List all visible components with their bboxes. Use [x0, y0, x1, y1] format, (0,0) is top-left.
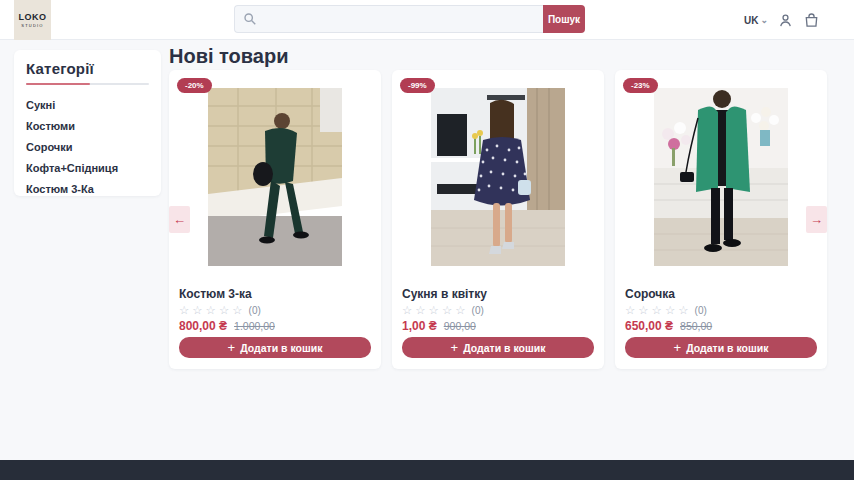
- sidebar-item-sukni[interactable]: Сукні: [26, 94, 149, 115]
- discount-badge: -20%: [177, 78, 212, 93]
- arrow-left-icon: ←: [173, 212, 186, 227]
- price-old: 850,00: [680, 320, 712, 332]
- logo[interactable]: LOKO STUDIO: [14, 0, 51, 40]
- categories-title: Категорії: [26, 60, 149, 77]
- language-selector[interactable]: UK ⌄: [744, 15, 768, 26]
- product-rating: ☆☆☆☆☆ (0): [179, 303, 261, 317]
- user-icon[interactable]: [777, 12, 794, 29]
- header-actions: UK ⌄: [744, 0, 820, 40]
- product-title[interactable]: Сорочка: [625, 287, 675, 301]
- plus-icon: +: [451, 341, 459, 354]
- product-price-row: 650,00 ₴ 850,00: [625, 319, 712, 333]
- product-image[interactable]: [431, 88, 565, 266]
- product-card: -23%: [615, 70, 827, 369]
- product-title[interactable]: Костюм 3-ка: [179, 287, 252, 301]
- price-current: 650,00 ₴: [625, 319, 673, 333]
- footer: [0, 460, 854, 480]
- price-current: 1,00 ₴: [402, 319, 437, 333]
- price-old: 900,00: [444, 320, 476, 332]
- language-label: UK: [744, 15, 758, 26]
- star-rating-icons: ☆☆☆☆☆: [402, 303, 469, 317]
- product-price-row: 1,00 ₴ 900,00: [402, 319, 476, 333]
- star-rating-icons: ☆☆☆☆☆: [179, 303, 246, 317]
- categories-divider-accent: [26, 83, 90, 85]
- product-image[interactable]: [654, 88, 788, 266]
- add-to-cart-label: Додати в кошик: [240, 342, 322, 354]
- categories-panel: Категорії Сукні Костюми Сорочки Кофта+Сп…: [14, 50, 161, 196]
- plus-icon: +: [674, 341, 682, 354]
- price-old: 1.000,00: [234, 320, 275, 332]
- sidebar-item-kostyum-3ka[interactable]: Костюм 3-Ка: [26, 179, 149, 200]
- logo-title: LOKO: [19, 12, 47, 22]
- categories-divider: [26, 83, 149, 85]
- product-carousel: -20% Костюм 3-ка: [169, 70, 827, 369]
- product-title[interactable]: Сукня в квітку: [402, 287, 487, 301]
- product-card: -20% Костюм 3-ка: [169, 70, 381, 369]
- product-photo-dress-illustration: [431, 88, 565, 266]
- rating-count: (0): [472, 305, 484, 316]
- categories-list: Сукні Костюми Сорочки Кофта+Спідниця Кос…: [26, 94, 149, 200]
- logo-subtitle: STUDIO: [21, 23, 43, 28]
- plus-icon: +: [228, 341, 236, 354]
- sidebar-item-kofta-spidnytsya[interactable]: Кофта+Спідниця: [26, 158, 149, 179]
- product-rating: ☆☆☆☆☆ (0): [402, 303, 484, 317]
- chevron-down-icon: ⌄: [760, 16, 768, 25]
- product-rating: ☆☆☆☆☆ (0): [625, 303, 707, 317]
- arrow-right-icon: →: [810, 212, 823, 227]
- discount-badge: -99%: [400, 78, 435, 93]
- carousel-next-button[interactable]: →: [806, 206, 827, 233]
- add-to-cart-button[interactable]: + Додати в кошик: [625, 337, 817, 358]
- add-to-cart-button[interactable]: + Додати в кошик: [402, 337, 594, 358]
- product-photo-suit-illustration: [208, 88, 342, 266]
- price-current: 800,00 ₴: [179, 319, 227, 333]
- add-to-cart-label: Додати в кошик: [463, 342, 545, 354]
- search-input-wrapper: [234, 5, 543, 33]
- discount-badge: -23%: [623, 78, 658, 93]
- product-card: -99%: [392, 70, 604, 369]
- sidebar-item-kostyumy[interactable]: Костюми: [26, 115, 149, 136]
- product-photo-shirt-illustration: [654, 88, 788, 266]
- star-rating-icons: ☆☆☆☆☆: [625, 303, 692, 317]
- rating-count: (0): [695, 305, 707, 316]
- search-button[interactable]: Пошук: [543, 5, 585, 33]
- search-input[interactable]: [234, 5, 543, 33]
- carousel-prev-button[interactable]: ←: [169, 206, 190, 233]
- page-title: Нові товари: [169, 45, 288, 68]
- search-bar: Пошук: [234, 5, 585, 33]
- add-to-cart-label: Додати в кошик: [686, 342, 768, 354]
- sidebar-item-sorochky[interactable]: Сорочки: [26, 136, 149, 157]
- product-price-row: 800,00 ₴ 1.000,00: [179, 319, 275, 333]
- product-image[interactable]: [208, 88, 342, 266]
- rating-count: (0): [249, 305, 261, 316]
- add-to-cart-button[interactable]: + Додати в кошик: [179, 337, 371, 358]
- header: LOKO STUDIO Пошук UK ⌄: [0, 0, 854, 40]
- cart-bag-icon[interactable]: [803, 12, 820, 29]
